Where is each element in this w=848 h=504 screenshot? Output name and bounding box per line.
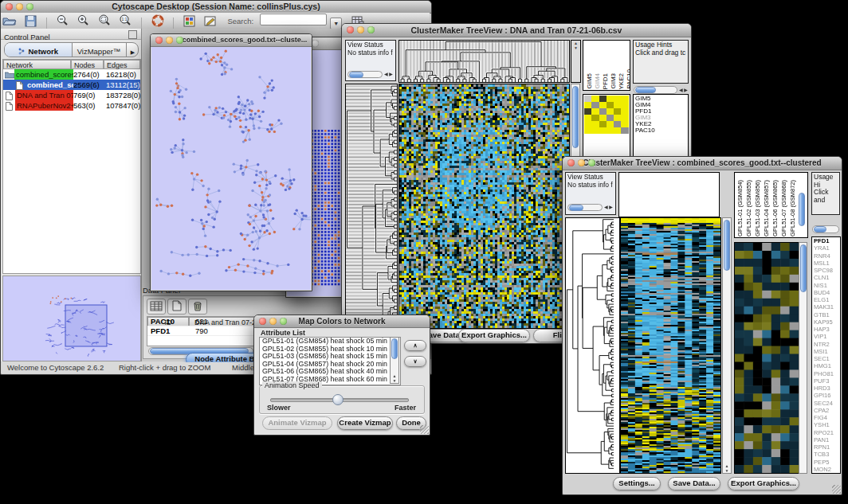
column-header-network[interactable]: Network	[3, 60, 71, 69]
gene-label[interactable]: BUD4	[814, 289, 840, 296]
data-table-icon[interactable]	[147, 299, 166, 315]
gene-label[interactable]: RNR4	[814, 252, 840, 260]
gene-label[interactable]: GPI16	[814, 392, 840, 399]
gene-label[interactable]: PUF3	[814, 377, 840, 385]
annotation-icon[interactable]	[202, 15, 219, 29]
zoom-window-icon[interactable]	[588, 159, 595, 166]
animation-slider-thumb[interactable]	[332, 394, 344, 405]
zoom-selected-icon[interactable]	[96, 14, 113, 29]
gene-label[interactable]: HRD3	[814, 385, 840, 392]
minimize-icon[interactable]	[16, 3, 23, 10]
export-graphics--button[interactable]: Export Graphics...	[458, 329, 530, 342]
gene-label[interactable]: SEC1	[814, 355, 840, 362]
gene-label[interactable]: PAN1	[814, 436, 840, 443]
view-status-scrollbar[interactable]	[567, 204, 603, 211]
network-list-row[interactable]: combined_scores2764(0)16218(0)	[3, 69, 140, 80]
close-icon[interactable]	[567, 159, 575, 166]
export-graphics--button[interactable]: Export Graphics...	[728, 477, 799, 490]
row-dendrogram-1[interactable]	[345, 84, 398, 329]
heatmap2-vscrollbar[interactable]: ▲▼	[722, 217, 732, 474]
gene-label[interactable]: YSH1	[814, 421, 840, 428]
network-list-row[interactable]: combined_sco2569(6)13112(15)	[3, 80, 140, 90]
close-icon[interactable]	[347, 26, 354, 33]
gene-label[interactable]: CPA2	[814, 407, 840, 414]
vizmapper-icon[interactable]	[181, 15, 198, 29]
gene-label[interactable]: FIG4	[814, 414, 840, 421]
gene-label[interactable]: MON2	[814, 466, 840, 473]
gene-label[interactable]: MAK31	[814, 303, 840, 311]
tab-vizmapper[interactable]: VizMapper™	[72, 43, 126, 57]
gene-label[interactable]: NTR2	[814, 341, 840, 348]
gene-label[interactable]: SEC24	[814, 400, 840, 407]
minimize-icon[interactable]	[357, 26, 364, 33]
attribute-list-item[interactable]: GPL51-01 (GSM854) heat shock 05 min	[260, 338, 400, 346]
usage-hints-scrollbar[interactable]	[634, 86, 677, 94]
attribute-list-item[interactable]: GPL51-03 (GSM856) heat shock 15 min	[260, 353, 400, 361]
gene-label[interactable]: YRA1	[814, 244, 840, 252]
float-panel-icon[interactable]	[128, 30, 137, 39]
gene-label[interactable]: PFD1	[814, 237, 840, 244]
gene-label[interactable]: NIS1	[814, 282, 840, 289]
attribute-list-item[interactable]: GPL51-02 (GSM855) heat shock 10 min	[260, 346, 400, 354]
save-icon[interactable]	[22, 15, 39, 29]
network-canvas-1[interactable]	[151, 47, 311, 290]
usage-hints-scrollbar[interactable]	[812, 225, 839, 233]
gene-label[interactable]: PHO81	[814, 370, 840, 377]
tab-overflow-button[interactable]: ▶	[126, 43, 139, 57]
network-list-row[interactable]: RNAPuberNov2+563(0)107847(0)	[3, 100, 140, 111]
gene-label[interactable]: ELG1	[814, 296, 840, 303]
column-header-edges[interactable]: Edges	[104, 60, 140, 69]
zoom-in-icon[interactable]	[75, 14, 92, 29]
tab-network[interactable]: Network	[5, 43, 73, 57]
zoom-window-icon[interactable]	[312, 40, 319, 47]
detail-vscrollbar[interactable]	[799, 242, 807, 474]
gene-label[interactable]: RPO21	[814, 429, 840, 436]
column-dendrogram-1[interactable]	[398, 40, 570, 83]
close-icon[interactable]	[259, 318, 266, 325]
gene-label[interactable]: KAP95	[814, 318, 840, 326]
gene-label[interactable]: VIP1	[814, 333, 840, 340]
zoom-fit-icon[interactable]: 1:1	[117, 14, 135, 29]
gene-label[interactable]: RPN1	[814, 443, 840, 451]
move-down-button[interactable]: ∨	[404, 356, 426, 367]
gene-label[interactable]: HMG1	[814, 362, 840, 369]
zoom-window-icon[interactable]	[26, 3, 33, 10]
search-dropdown-icon[interactable]: ▼	[330, 18, 342, 29]
attribute-list[interactable]: GPL51-01 (GSM854) heat shock 05 minGPL51…	[259, 337, 401, 385]
save-data--button[interactable]: Save Data...	[668, 477, 720, 490]
close-icon[interactable]	[155, 37, 163, 44]
help-ring-icon[interactable]	[149, 14, 167, 29]
detail-heatmap[interactable]	[734, 242, 799, 474]
gene-label[interactable]: TCB3	[814, 451, 840, 458]
gene-list-panel[interactable]: PFD1YRA1RNR4MSL1SPC98CLN1NIS1BUD4ELG1MAK…	[811, 236, 841, 474]
close-icon[interactable]	[6, 3, 13, 10]
main-titlebar[interactable]: Cytoscape Desktop (Session Name: collins…	[1, 1, 431, 14]
view-status-scrollbar[interactable]	[347, 71, 383, 78]
delete-attribute-icon[interactable]	[188, 299, 207, 315]
attribute-list-item[interactable]: GPL51-06 (GSM865) heat shock 40 min	[260, 368, 400, 376]
row-dendrogram-2[interactable]	[565, 217, 620, 474]
gene-label[interactable]: CLN1	[814, 274, 840, 281]
settings--button[interactable]: Settings...	[613, 477, 661, 490]
minimize-icon[interactable]	[166, 37, 173, 44]
gene-label[interactable]: MSL1	[814, 260, 840, 267]
gene-label[interactable]: SPC98	[814, 267, 840, 274]
new-attribute-icon[interactable]	[167, 299, 186, 315]
birds-eye-view[interactable]	[3, 276, 139, 359]
column-labels-vscrollbar[interactable]	[798, 193, 807, 236]
tree-arrow-strip[interactable]: ▲▼	[571, 40, 581, 83]
gene-label[interactable]: PEP5	[814, 459, 840, 466]
open-file-icon[interactable]	[1, 15, 18, 29]
zoom-out-icon[interactable]	[53, 14, 71, 29]
zoom-window-icon[interactable]	[367, 26, 375, 33]
network-list-row[interactable]: DNA and Tran 07769(0)183728(0)	[3, 90, 140, 100]
gene-label[interactable]: MSI1	[814, 348, 840, 355]
zoom-window-icon[interactable]	[176, 37, 183, 44]
gene-label[interactable]: HAP3	[814, 326, 840, 333]
attribute-list-vscrollbar[interactable]: ▲▼	[390, 337, 399, 384]
move-up-button[interactable]: ∧	[404, 340, 426, 351]
minimize-icon[interactable]	[578, 159, 585, 166]
window-controls[interactable]	[6, 3, 33, 10]
heatmap-2[interactable]	[620, 217, 721, 474]
attribute-list-item[interactable]: GPL51-04 (GSM857) heat shock 20 min	[260, 361, 400, 369]
